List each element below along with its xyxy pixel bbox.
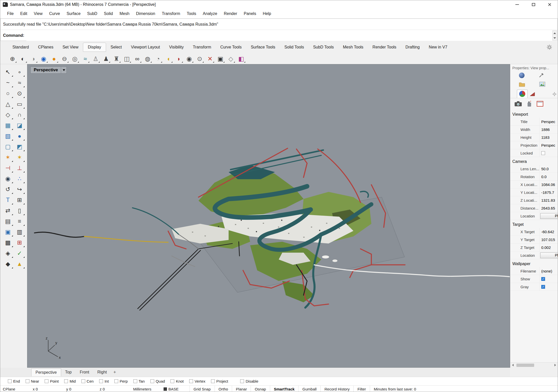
osnap-point[interactable]: Point xyxy=(45,379,59,383)
osnap-tan[interactable]: Tan xyxy=(133,379,145,383)
osnap-cen[interactable]: Cen xyxy=(81,379,94,383)
flat-shade-display-icon[interactable]: ◫ xyxy=(122,55,131,63)
status-ortho[interactable]: Ortho xyxy=(215,386,232,392)
prop-height-value[interactable]: 1183 xyxy=(541,135,549,140)
prop-location-button[interactable]: Plac xyxy=(540,213,558,219)
arc-tool[interactable]: ∩ xyxy=(14,109,25,120)
emap-analysis-icon[interactable]: ◔ xyxy=(153,55,163,63)
scroll-up-icon[interactable] xyxy=(553,31,557,36)
orient-cplane-tool[interactable]: ⊥ xyxy=(14,163,25,173)
menu-render[interactable]: Render xyxy=(221,9,240,18)
status-gumball[interactable]: Gumball xyxy=(298,386,320,392)
isometric-display-icon[interactable]: ◇ xyxy=(226,55,235,63)
toolbar-tab-solid-tools[interactable]: Solid Tools xyxy=(280,43,308,52)
prop-title-value[interactable]: Perspec xyxy=(541,120,555,124)
prop-location-button[interactable]: Plac xyxy=(540,252,558,258)
toolbar-tab-render-tools[interactable]: Render Tools xyxy=(368,43,401,52)
toolbar-tab-viewport-layout[interactable]: Viewport Layout xyxy=(126,43,164,52)
toolbar-tab-standard[interactable]: Standard xyxy=(8,43,33,52)
menu-surface[interactable]: Surface xyxy=(63,9,84,18)
osnap-disable[interactable]: Disable xyxy=(240,379,258,383)
viewport-tab-right[interactable]: Right xyxy=(93,368,111,376)
status-osnap[interactable]: Osnap xyxy=(251,386,270,392)
spray-paint-icon[interactable] xyxy=(527,100,532,108)
prop-projection-value[interactable]: Perspec xyxy=(541,143,555,147)
rendered-display-icon[interactable]: ◉ xyxy=(39,55,48,63)
toolbar-tab-new-in-v7[interactable]: New in V7 xyxy=(424,43,452,52)
menu-tools[interactable]: Tools xyxy=(183,9,199,18)
osnap-end[interactable]: End xyxy=(8,379,20,383)
box-tool[interactable]: ▧ xyxy=(2,131,14,141)
osnap-mid[interactable]: Mid xyxy=(64,379,76,383)
layers-tool[interactable]: ≡ xyxy=(14,216,25,227)
image-icon[interactable] xyxy=(539,82,545,88)
monochrome-display-icon[interactable]: ♜ xyxy=(112,55,121,63)
scroll-left-icon[interactable] xyxy=(510,363,515,368)
status-planar[interactable]: Planar xyxy=(232,386,251,392)
render-wedge-tab[interactable] xyxy=(528,90,537,98)
folder-icon[interactable] xyxy=(519,82,525,88)
menu-mesh[interactable]: Mesh xyxy=(116,9,133,18)
toolbar-tab-transform[interactable]: Transform xyxy=(188,43,216,52)
toolbar-tab-select[interactable]: Select xyxy=(106,43,126,52)
cylinder-tool[interactable]: ▢ xyxy=(2,141,14,152)
status-minutes-from-last-save-0[interactable]: Minutes from last save: 0 xyxy=(370,386,558,392)
prop-show-checkbox[interactable] xyxy=(541,277,545,281)
point-tool[interactable]: ∘ xyxy=(14,67,25,77)
command-line[interactable]: Command: xyxy=(1,30,557,41)
prop-x-target-value[interactable]: -60.642 xyxy=(541,230,554,234)
toolbar-tab-display[interactable]: Display xyxy=(83,43,106,52)
end-analysis-icon[interactable]: ✕ xyxy=(205,55,215,63)
osnap-project-checkbox[interactable] xyxy=(211,379,215,383)
flow-tool[interactable]: ↪ xyxy=(14,184,25,195)
osnap-perp[interactable]: Perp xyxy=(114,379,128,383)
osnap-project[interactable]: Project xyxy=(211,379,228,383)
ghosted-display-icon[interactable]: ◑ xyxy=(29,55,38,63)
point-cloud-tool[interactable]: ∴ xyxy=(14,173,25,184)
sweep-tool[interactable]: ◪ xyxy=(14,120,25,131)
wireframe-display-icon[interactable]: ⊕ xyxy=(8,55,17,63)
command-input[interactable] xyxy=(26,30,557,41)
menu-view[interactable]: View xyxy=(30,9,46,18)
osnap-quad-checkbox[interactable] xyxy=(150,379,154,383)
status-record-history[interactable]: Record History xyxy=(320,386,353,392)
lasso-select-tool[interactable]: ◉ xyxy=(2,173,14,184)
toolbar-tab-subd-tools[interactable]: SubD Tools xyxy=(308,43,338,52)
viewport-title-menu-icon[interactable] xyxy=(61,66,67,74)
prop-y-target-value[interactable]: 107.015 xyxy=(541,237,555,242)
minimize-button[interactable] xyxy=(509,0,525,9)
prop-locked-checkbox[interactable] xyxy=(541,151,545,155)
shade-tool[interactable]: ▲ xyxy=(14,259,25,269)
osnap-near[interactable]: Near xyxy=(26,379,39,383)
menu-curve[interactable]: Curve xyxy=(46,9,63,18)
artistic-display-icon[interactable]: ♟ xyxy=(101,55,111,63)
cplane-tool[interactable]: ⊣ xyxy=(2,163,14,173)
toolbar-tab-surface-tools[interactable]: Surface Tools xyxy=(246,43,280,52)
gumball-tool[interactable]: ◈ xyxy=(2,248,14,259)
viewport-title-label[interactable]: Perspective xyxy=(30,66,61,74)
status-cplane[interactable]: CPlane xyxy=(0,386,30,392)
scroll-right-icon[interactable] xyxy=(553,363,558,368)
toolbar-options-gear-icon[interactable] xyxy=(547,44,552,50)
toolbar-tab-visibility[interactable]: Visibility xyxy=(165,43,188,52)
text-tool[interactable]: T xyxy=(2,195,14,205)
status-x-0[interactable]: x 0 xyxy=(30,386,64,392)
edge-analysis-icon[interactable]: ◉ xyxy=(185,55,194,63)
arctic-display-icon[interactable]: ♙ xyxy=(91,55,100,63)
panel-horizontal-scrollbar[interactable] xyxy=(510,362,558,368)
object-properties-icon[interactable] xyxy=(519,73,525,78)
status-smarttrack[interactable]: SmartTrack xyxy=(270,386,299,392)
panel-gear-icon[interactable] xyxy=(552,92,557,96)
osnap-mid-checkbox[interactable] xyxy=(64,379,68,383)
interpolate-curve-tool[interactable]: ≈ xyxy=(14,77,25,88)
ellipse-tool[interactable]: ⊙ xyxy=(14,88,25,99)
osnap-knot-checkbox[interactable] xyxy=(170,379,174,383)
menu-file[interactable]: File xyxy=(4,9,17,18)
xray-display-icon[interactable]: ⊖ xyxy=(60,55,69,63)
zebra-analysis-icon[interactable]: ◍ xyxy=(143,55,152,63)
menu-edit[interactable]: Edit xyxy=(17,9,31,18)
curve-tool[interactable]: ~ xyxy=(2,77,14,88)
technical-display-icon[interactable]: ◎ xyxy=(70,55,79,63)
surface-tool[interactable]: ▦ xyxy=(2,120,14,131)
offset-tool[interactable]: ▯ xyxy=(14,205,25,216)
